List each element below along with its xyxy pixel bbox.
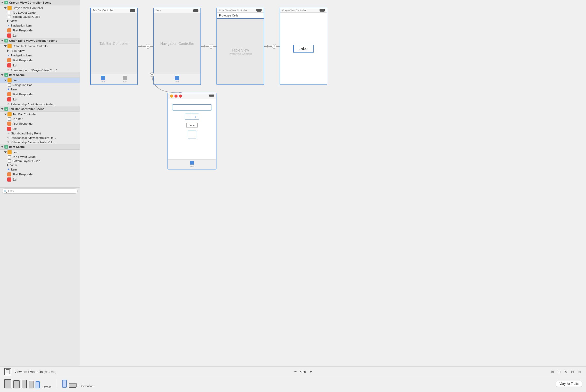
connector-circle-3: ® (272, 44, 277, 49)
win-yellow-btn[interactable] (170, 95, 173, 98)
win-red-btn[interactable] (174, 95, 178, 98)
tab-bar-content-label: Tab Bar Controller (99, 41, 129, 46)
sidebar-item-exit2[interactable]: Exit (0, 63, 80, 68)
table-view-triangle (7, 49, 9, 52)
sidebar-item-first-responder[interactable]: First Responder (0, 28, 80, 33)
sidebar-section-item2[interactable]: ■ Item Scene (0, 144, 80, 150)
view-label: View (10, 19, 17, 22)
color-scene-icon: ■ (4, 39, 8, 42)
sidebar-item-exit4[interactable]: Exit (0, 126, 80, 131)
nav-controller-frame[interactable]: Item Navigation Controller Item (153, 8, 201, 85)
device-iphone-4s[interactable] (36, 381, 40, 388)
sidebar-item-first-responder2[interactable]: First Responder (0, 58, 80, 63)
tab-bar-scene-icon: ■ (4, 107, 8, 111)
stepper-minus[interactable]: − (185, 114, 192, 120)
sidebar-item-show-segue[interactable]: ↺ Show segue to "Crayon View Co..." (0, 68, 80, 72)
layout-btn-4[interactable]: ⊡ (570, 369, 575, 374)
sidebar-item-first-responder3[interactable]: First Responder (0, 92, 80, 97)
device-iphone-6[interactable] (29, 381, 34, 388)
nav-tab-item-label: Item (175, 80, 180, 83)
sidebar-item-nav-item2[interactable]: ＜ Navigation Item (0, 53, 80, 58)
crayon-expanded-frame[interactable]: − + Label (168, 93, 216, 169)
sidebar-item-view2[interactable]: View (0, 163, 80, 167)
sidebar-item-nav-item[interactable]: ＜ Navigation Item (0, 23, 80, 28)
sidebar-item-item-star2[interactable]: ★ Item (0, 167, 80, 172)
sidebar-item-exit5[interactable]: Exit (0, 177, 80, 182)
stepper-plus[interactable]: + (192, 114, 199, 120)
sidebar-item-storyboard-entry[interactable]: → Storyboard Entry Point (0, 131, 80, 135)
show-segue-label: Show segue to "Crayon View Co..." (11, 69, 57, 72)
sidebar-filter: 🔍 (0, 187, 80, 195)
vary-traits-button[interactable]: Vary for Traits (556, 381, 582, 387)
exit-icon (7, 33, 11, 38)
storyboard-canvas: Tab Bar Controller Tab Bar Controller It… (85, 5, 581, 185)
sidebar-item-relationship-vc1[interactable]: ↺ Relationship "view controllers" to... (0, 135, 80, 140)
sidebar-section-crayon[interactable]: ■ Crayon View Controller Scene (0, 0, 80, 5)
text-field[interactable] (172, 104, 212, 110)
sidebar-item-tab-bar[interactable]: Tab Bar (0, 117, 80, 121)
battery-icon (130, 9, 135, 12)
color-table-section-label: Color Table View Controller Scene (9, 39, 57, 42)
tab-bar-content: Tab Bar Controller (91, 13, 137, 74)
sidebar-item-top-layout[interactable]: Top Layout Guide (0, 11, 80, 15)
sidebar-item-top-layout2[interactable]: Top Layout Guide (0, 155, 80, 159)
sidebar-item-relationship-vc2[interactable]: ↺ Relationship "view controllers" to... (0, 140, 80, 144)
first-responder-label: First Responder (12, 29, 34, 32)
shortcut-text: (⌘C ⌘R) (44, 370, 56, 373)
zoom-in-button[interactable]: + (308, 369, 313, 374)
device-ipad[interactable] (4, 379, 11, 388)
zoom-out-button[interactable]: − (293, 369, 298, 374)
crayon-view-controller-frame[interactable]: Crayon View Controller Label (280, 8, 327, 85)
exit2-icon (7, 63, 11, 67)
table-scene-title: Color Table View Controller (219, 9, 247, 12)
sidebar-item-exit[interactable]: Exit (0, 33, 80, 38)
crayon-view-title-bar: Crayon View Controller (280, 8, 327, 13)
table-view-controller-frame[interactable]: Color Table View Controller Prototype Ce… (216, 8, 264, 85)
tab-icon-2 (123, 76, 127, 80)
sidebar-item-crayon-vc[interactable]: Crayon View Controller (0, 5, 80, 11)
sidebar-section-color-table[interactable]: ■ Color Table View Controller Scene (0, 38, 80, 44)
sidebar-item-item-star[interactable]: ★ Item (0, 87, 80, 92)
crayon-battery (209, 95, 214, 97)
sidebar-section-label: Crayon View Controller Scene (9, 1, 51, 4)
sidebar-item-item1[interactable]: Item (0, 78, 80, 83)
orientation-landscape[interactable] (69, 383, 77, 388)
exit5-icon (7, 177, 11, 182)
canvas-area[interactable]: Tab Bar Controller Tab Bar Controller It… (80, 0, 586, 366)
layout-btn-2[interactable]: ⊟ (557, 369, 562, 374)
ipad-icon (4, 379, 11, 388)
filter-input[interactable] (2, 189, 78, 194)
sidebar-item-first-responder4[interactable]: First Responder (0, 121, 80, 126)
layout-btn-1[interactable]: ⊞ (550, 369, 555, 374)
item1-triangle (4, 80, 7, 81)
sidebar-item-exit3[interactable]: Exit (0, 97, 80, 102)
sidebar-item-tab-bar-vc[interactable]: Tab Bar Controller (0, 112, 80, 117)
device-iphone-6plus[interactable] (22, 380, 27, 388)
sidebar-section-item[interactable]: ■ Item Scene (0, 72, 80, 78)
connector-2 (201, 44, 216, 49)
connector-1 (138, 44, 153, 49)
device-ipad-mini[interactable] (13, 380, 20, 388)
crayon-vc-label: Crayon View Controller (13, 6, 43, 10)
sidebar-item-first-responder5[interactable]: First Responder (0, 172, 80, 177)
layout-btn-3[interactable]: ⊠ (563, 369, 568, 374)
sidebar-item-view[interactable]: View (0, 19, 80, 23)
nav-content: Navigation Controller (154, 13, 200, 74)
tab-bar-vc-icon (7, 112, 12, 116)
sidebar-item-bottom-layout[interactable]: Bottom Layout Guide (0, 15, 80, 19)
first-responder5-icon (7, 172, 11, 176)
sidebar-item-item2[interactable]: Item (0, 150, 80, 155)
sidebar-item-table-view[interactable]: Table View (0, 49, 80, 53)
tab-bar-icons: Item Item (91, 74, 137, 84)
tab-bar-controller-frame[interactable]: Tab Bar Controller Tab Bar Controller It… (90, 8, 138, 85)
layout-btn-5[interactable]: ⊞ (577, 369, 582, 374)
orientation-portrait[interactable] (62, 380, 67, 388)
sidebar-item-nav-bar[interactable]: Navigation Bar (0, 83, 80, 87)
win-close-btn[interactable] (179, 95, 182, 98)
sidebar-item-relationship-root[interactable]: ↺ Relationship "root view controller... (0, 102, 80, 106)
sidebar-section-tab-bar[interactable]: ■ Tab Bar Controller Scene (0, 106, 80, 112)
table-view-content: Table View Prototype Content (217, 19, 264, 84)
sidebar-item-color-table-vc[interactable]: Color Table View Controller (0, 44, 80, 49)
sidebar-item-bottom-layout2[interactable]: Bottom Layout Guide (0, 159, 80, 163)
exit3-icon (7, 97, 11, 101)
